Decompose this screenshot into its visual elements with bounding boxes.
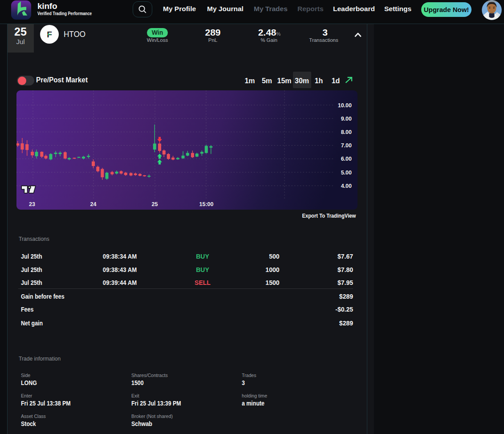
- svg-text:8.00: 8.00: [341, 129, 352, 135]
- svg-text:24: 24: [90, 201, 97, 207]
- svg-text:4.00: 4.00: [341, 183, 352, 189]
- svg-text:7.00: 7.00: [341, 142, 352, 149]
- svg-text:6.00: 6.00: [341, 156, 352, 162]
- svg-text:15:00: 15:00: [199, 201, 214, 207]
- svg-text:23: 23: [29, 201, 35, 207]
- svg-text:25: 25: [152, 201, 158, 207]
- svg-text:10.00: 10.00: [338, 102, 352, 109]
- svg-text:9.00: 9.00: [341, 116, 352, 122]
- svg-text:5.00: 5.00: [341, 170, 352, 176]
